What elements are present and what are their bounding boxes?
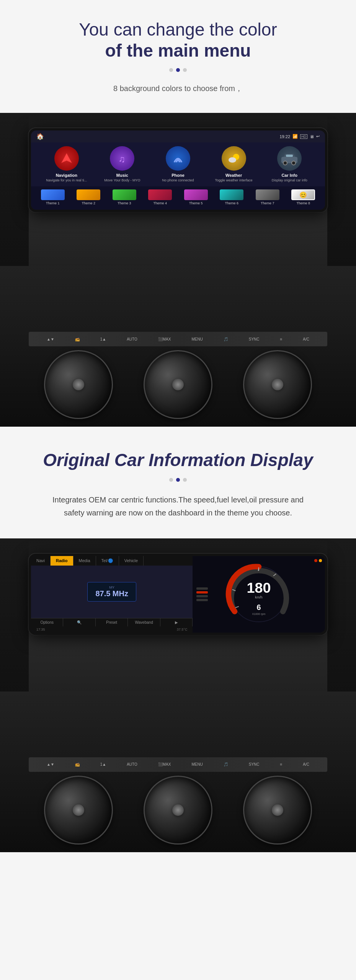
vent-left [44, 350, 113, 419]
car-interior-bg1: 🏠 19:22 📶 HD 🖥 ↩ [0, 113, 356, 427]
tab-tel[interactable]: Tel/🔵 [96, 556, 119, 566]
car-interior-bg2: Navi Radio Media Tel/🔵 Vehicle MY 87.5 M… [0, 538, 356, 852]
theme-4-label: Theme 4 [153, 201, 167, 205]
ctrl-2: 📻 [75, 337, 80, 341]
theme-7[interactable]: Theme 7 [256, 189, 279, 205]
radio-freq-box: MY 87.5 MHz [87, 582, 136, 602]
control-strip-2: ▲▼ 📻 1▲ AUTO ⬛MAX MENU 🎵 SYNC ≡ A/C [29, 757, 327, 772]
theme-2-swatch [77, 189, 100, 200]
theme-7-swatch [256, 189, 279, 200]
ctrl2-1: ▲▼ [47, 762, 54, 766]
theme-5[interactable]: Theme 5 [184, 189, 208, 205]
section1-title: You can change the color of the main men… [23, 19, 333, 61]
ctrl2-max: ⬛MAX [158, 762, 171, 766]
vent-center [144, 350, 212, 419]
warning-icons [314, 559, 322, 562]
carinfo-icon [277, 146, 302, 171]
ind-2 [196, 591, 208, 594]
ctrl-sync: SYNC [249, 337, 260, 341]
vents-row-2 [0, 776, 356, 845]
theme-1-swatch [41, 189, 65, 200]
theme-4-swatch [148, 189, 172, 200]
btn-search[interactable]: 🔍 [63, 618, 95, 626]
section1-subtitle: 8 background colors to choose from， [23, 83, 333, 94]
home-icon: 🏠 [36, 133, 44, 140]
btn-play[interactable]: ▶ [160, 618, 193, 626]
music-label: Music [116, 173, 128, 178]
tab-radio[interactable]: Radio [51, 556, 73, 566]
svg-text:X1000 rpm: X1000 rpm [252, 612, 266, 616]
ctrl-auto: AUTO [127, 337, 137, 341]
weather-icon [222, 146, 246, 171]
theme-3-swatch [113, 189, 136, 200]
pagination-dots-2 [23, 478, 333, 482]
tab-vehicle[interactable]: Vehicle [119, 556, 144, 566]
tab-navi[interactable]: Navi [31, 556, 51, 566]
theme-6[interactable]: Theme 6 [220, 189, 243, 205]
vent2-right [243, 776, 312, 845]
dash-time-row: 17:35 37.5°C [31, 626, 193, 633]
ctrl2-auto: AUTO [127, 762, 137, 766]
ctrl-1: ▲▼ [47, 337, 54, 341]
theme-2-label: Theme 2 [82, 201, 95, 205]
theme-2[interactable]: Theme 2 [77, 189, 100, 205]
weather-svg [227, 152, 241, 165]
ctrl-3: 1▲ [100, 337, 106, 341]
dash-bottom-tabs: Options 🔍 Preset Waveband ▶ [31, 618, 193, 626]
dash-time: 17:35 [36, 628, 45, 631]
ctrl-ac: A/C [303, 337, 309, 341]
car-vents-bg-2: ▲▼ 📻 1▲ AUTO ⬛MAX MENU 🎵 SYNC ≡ A/C [0, 691, 356, 852]
dash-left-panel: Navi Radio Media Tel/🔵 Vehicle MY 87.5 M… [31, 556, 193, 633]
ctrl2-ac: A/C [303, 762, 309, 766]
app-phone[interactable]: Phone No phone connected [155, 146, 201, 183]
btn-preset[interactable]: Preset [96, 618, 128, 626]
theme-8[interactable]: 😊 Theme 8 [291, 189, 315, 205]
theme-7-label: Theme 7 [261, 201, 274, 205]
car-screen-section1: 🏠 19:22 📶 HD 🖥 ↩ [0, 113, 356, 427]
car-svg [280, 152, 299, 165]
theme-8-label: Theme 8 [296, 201, 310, 205]
dot-2 [176, 68, 180, 72]
vents-row-1 [0, 350, 356, 419]
theme-1-label: Theme 1 [46, 201, 60, 205]
left-indicators [196, 587, 208, 601]
dashboard-inner: Navi Radio Media Tel/🔵 Vehicle MY 87.5 M… [31, 556, 325, 633]
ctrl2-menu: MENU [191, 762, 202, 766]
music-note-svg: ♫ [115, 152, 129, 165]
theme-3-label: Theme 3 [118, 201, 131, 205]
theme-5-label: Theme 5 [189, 201, 203, 205]
theme-8-swatch: 😊 [291, 189, 315, 200]
music-icon: ♫ [110, 146, 134, 171]
app-music[interactable]: ♫ Music Move Your Body - MYO [99, 146, 145, 183]
dot2-1 [169, 478, 173, 482]
section-car-info: Original Car Information Display Integra… [0, 427, 356, 519]
theme-1[interactable]: Theme 1 [41, 189, 65, 205]
btn-waveband[interactable]: Waveband [128, 618, 160, 626]
ctrl2-sync: SYNC [249, 762, 260, 766]
vent2-center [144, 776, 212, 845]
theme-row: Theme 1 Theme 2 Theme 3 Theme 4 [31, 186, 325, 210]
app-weather[interactable]: Weather Toggle weather interface [211, 146, 257, 183]
ctrl2-2: 📻 [75, 762, 80, 766]
dot2-2 [176, 478, 180, 482]
phone-waves-svg [171, 152, 185, 165]
car-screen-section2: Navi Radio Media Tel/🔵 Vehicle MY 87.5 M… [0, 538, 356, 852]
section-color-menu: You can change the color of the main men… [0, 0, 356, 94]
hd-badge: HD [300, 134, 307, 139]
ctrl-max: ⬛MAX [158, 337, 171, 341]
svg-rect-7 [286, 155, 293, 157]
theme-3[interactable]: Theme 3 [113, 189, 136, 205]
tab-media[interactable]: Media [73, 556, 96, 566]
freq-value: 87.5 MHz [95, 589, 128, 598]
theme-4[interactable]: Theme 4 [148, 189, 172, 205]
freq-label: MY [95, 585, 128, 589]
screen-inner-1: 🏠 19:22 📶 HD 🖥 ↩ [31, 130, 325, 210]
theme-6-swatch [220, 189, 243, 200]
app-carinfo[interactable]: Car Info Display original car info [266, 146, 312, 183]
wifi-icon: 📶 [292, 134, 298, 139]
app-navigation[interactable]: Navigation Navigate for you in real ti..… [44, 146, 90, 183]
btn-options[interactable]: Options [31, 618, 63, 626]
pagination-dots [23, 68, 333, 72]
gauge-svg: 180 km/h 6 X1000 rpm [220, 560, 297, 629]
svg-text:6: 6 [257, 603, 261, 611]
